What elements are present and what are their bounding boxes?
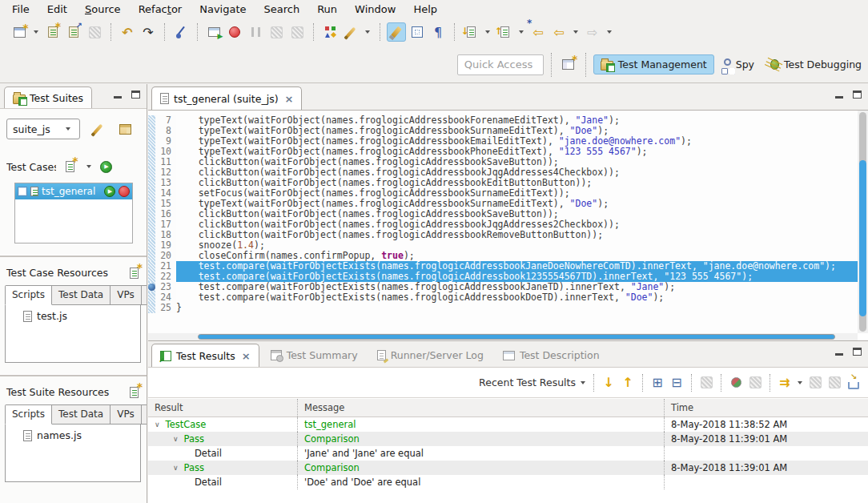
tab-test-data[interactable]: Test Data [52,404,111,425]
suite-select[interactable]: suite_js [6,119,80,139]
tab-scripts[interactable]: Scripts [5,404,52,425]
maximize-icon[interactable] [853,91,862,99]
minimize-icon[interactable] [114,96,122,99]
maximize-icon[interactable] [853,348,862,356]
menu-run[interactable]: Run [308,2,346,17]
load-results-icon[interactable] [495,22,514,42]
tab-test-description[interactable]: Test Description [495,344,608,367]
highlighter-icon[interactable] [387,22,406,42]
result-row[interactable]: ∨PassComparison8-May-2018 11:39:01 AM [148,461,868,475]
object-map-icon[interactable] [320,22,340,42]
expander-icon[interactable]: ∨ [173,464,179,472]
menu-refactor[interactable]: Refactor [130,2,191,17]
new-test-case-icon[interactable] [43,22,62,42]
minimize-icon[interactable] [835,96,843,99]
perspective-test-management[interactable]: Test Management [593,54,714,74]
new-test-suite-icon[interactable] [10,22,29,42]
horizontal-scrollbar[interactable] [148,333,858,340]
inspect-tool-icon[interactable] [341,22,360,42]
test-case-resources-list[interactable]: test.js [5,305,141,363]
launch-aut-icon[interactable] [204,22,223,42]
suite-settings-icon[interactable] [88,119,107,139]
tab-vps[interactable]: VPs [111,404,142,425]
close-icon[interactable]: × [242,350,251,362]
upload-results-icon[interactable] [726,373,745,392]
dropdown-chevron-icon[interactable] [573,30,578,34]
tab-vps[interactable]: VPs [111,285,142,305]
menu-file[interactable]: File [3,2,38,17]
scrollbar-thumb[interactable] [198,334,835,340]
column-result[interactable]: Result [148,399,298,416]
filter-results-icon[interactable]: ⇉ [775,373,794,392]
expander-icon[interactable]: ∨ [173,435,179,443]
manage-auts-icon[interactable] [115,119,135,139]
test-case-checkbox[interactable] [18,187,27,196]
close-icon[interactable]: × [285,93,294,105]
tab-tst-general[interactable]: tst_general (suite_js) × [151,87,302,110]
dropdown-chevron-icon[interactable] [365,30,370,34]
import-test-resource-icon[interactable] [64,22,83,42]
test-case-row[interactable]: tst_general [15,183,132,199]
menu-source[interactable]: Source [76,2,130,17]
open-perspective-icon[interactable] [559,55,578,74]
expand-all-icon[interactable]: ⊞ [648,373,667,392]
code-line[interactable]: 25} [148,303,858,313]
save-results-icon[interactable] [461,22,480,42]
dropdown-chevron-icon[interactable] [485,30,490,34]
code-text[interactable]: } [176,303,858,313]
code-text[interactable]: test.compare(waitForObjectExists(names.f… [176,292,858,303]
list-item[interactable]: names.js [23,429,140,441]
perspective-spy[interactable]: Spy [717,55,761,74]
tab-general[interactable]: General [142,285,147,305]
list-item[interactable]: test.js [23,310,140,322]
result-row[interactable]: ∨TestCasetst_general8-May-2018 11:38:52 … [148,417,868,432]
new-test-case-icon[interactable] [62,157,78,176]
block-selection-icon[interactable] [408,22,427,42]
menu-window[interactable]: Window [346,2,404,17]
back-icon[interactable]: ⇦ [549,22,569,42]
menu-navigate[interactable]: Navigate [191,2,255,17]
dropdown-chevron-icon[interactable] [34,30,38,34]
menu-search[interactable]: Search [255,2,309,17]
result-row[interactable]: Detail'Doe' and 'Doe' are equal [148,475,868,489]
tab-test-results[interactable]: Test Results× [151,344,259,367]
recent-test-results-dropdown[interactable]: Recent Test Results [479,376,576,388]
menu-help[interactable]: Help [404,2,446,17]
dropdown-chevron-icon[interactable] [607,30,612,34]
test-case-list[interactable]: tst_general [14,183,133,243]
dropdown-chevron-icon[interactable] [798,381,802,384]
vertical-scrollbar[interactable] [858,111,868,333]
column-message[interactable]: Message [298,399,665,416]
dropdown-chevron-icon[interactable] [519,30,524,34]
minimize-icon[interactable] [835,353,843,356]
record-icon[interactable] [225,22,244,42]
tab-test-data[interactable]: Test Data [52,285,111,305]
menu-edit[interactable]: Edit [38,2,76,17]
code-area[interactable]: 7 typeText(waitForObject(names.froglogic… [148,111,858,333]
new-resource-icon[interactable] [130,268,139,279]
stop-test-icon[interactable] [119,186,130,197]
result-row[interactable]: ∨PassComparison8-May-2018 11:39:01 AM [148,432,868,446]
code-line[interactable]: 24 test.compare(waitForObjectExists(name… [148,292,858,303]
tab-general[interactable]: General [142,404,147,425]
expander-icon[interactable]: ∨ [155,421,160,429]
quick-access-input[interactable] [457,54,544,75]
run-test-suite-icon[interactable] [100,161,112,173]
result-row[interactable]: Detail'Jane' and 'Jane' are equal [148,446,868,461]
code-text[interactable]: clickButton(waitForObject(names.froglogi… [176,230,858,240]
tab-scripts[interactable]: Scripts [5,285,52,305]
table-header[interactable]: Result Message Time [148,399,868,417]
test-suite-resources-list[interactable]: names.js [5,425,141,482]
scrollbar-thumb[interactable] [859,160,866,316]
tab-test-suites[interactable]: Test Suites [4,87,92,108]
chevron-down-icon[interactable] [86,165,91,168]
pick-object-icon[interactable] [171,22,191,42]
run-test-case-icon[interactable] [104,186,115,197]
show-whitespace-icon[interactable]: ¶ [428,22,448,42]
undo-icon[interactable]: ↶ [118,22,137,42]
import-results-icon[interactable] [844,373,863,392]
next-failure-icon[interactable]: ↓ [599,373,618,392]
tab-runner-server-log[interactable]: Runner/Server Log [369,344,492,367]
perspective-test-debugging[interactable]: Test Debugging [764,55,868,74]
column-time[interactable]: Time [665,399,868,416]
